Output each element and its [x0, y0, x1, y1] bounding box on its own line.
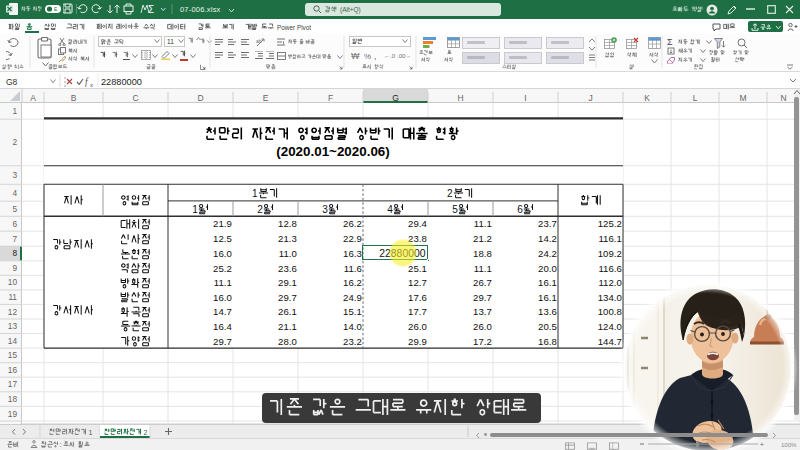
svg-text:←.0: ←.0 [384, 53, 396, 59]
svg-text:Σ: Σ [148, 4, 154, 15]
svg-text:,: , [374, 51, 377, 61]
svg-text:.00→: .00→ [397, 53, 411, 59]
svg-text:Σ: Σ [667, 37, 673, 46]
svg-text:₩: ₩ [351, 51, 360, 61]
svg-text:ab: ab [256, 38, 262, 44]
svg-text:%: % [364, 52, 371, 61]
svg-text:f: f [85, 77, 89, 87]
svg-text:x: x [89, 80, 94, 87]
